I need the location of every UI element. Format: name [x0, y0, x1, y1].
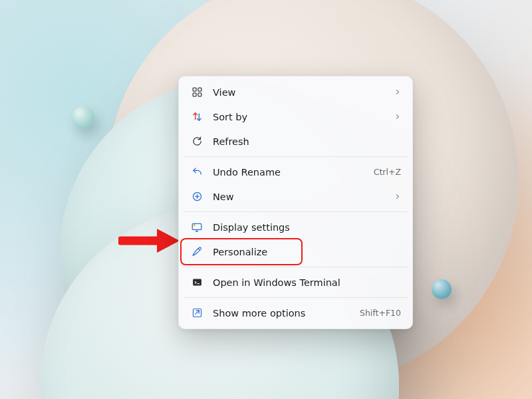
menu-separator	[184, 297, 408, 298]
personalize-icon	[190, 246, 203, 257]
menu-item-view[interactable]: View	[182, 80, 409, 104]
menu-item-label: Show more options	[213, 308, 352, 319]
menu-item-new[interactable]: New	[182, 184, 409, 209]
new-icon	[190, 191, 203, 202]
svg-marker-1	[157, 229, 180, 253]
menu-item-label: Open in Windows Terminal	[213, 277, 401, 288]
svg-rect-3	[198, 88, 201, 91]
terminal-icon	[190, 277, 203, 288]
menu-separator	[184, 211, 408, 212]
menu-separator	[184, 156, 408, 157]
svg-point-12	[194, 223, 196, 225]
menu-item-label: View	[213, 87, 386, 98]
refresh-icon	[190, 136, 203, 147]
svg-rect-2	[193, 88, 196, 91]
menu-separator	[184, 267, 408, 267]
menu-item-label: Refresh	[213, 136, 401, 147]
menu-item-personalize[interactable]: Personalize	[182, 239, 409, 264]
svg-rect-4	[193, 93, 196, 96]
chevron-right-icon	[386, 113, 401, 120]
menu-item-label: Undo Rename	[213, 167, 366, 178]
svg-line-16	[195, 311, 199, 315]
menu-item-display-settings[interactable]: Display settings	[182, 215, 409, 239]
undo-icon	[190, 166, 203, 178]
menu-item-refresh[interactable]: Refresh	[182, 129, 409, 154]
chevron-right-icon	[386, 88, 401, 96]
menu-item-open-in-windows-terminal[interactable]: Open in Windows Terminal	[182, 270, 409, 295]
menu-item-label: Personalize	[213, 247, 401, 257]
menu-item-sort-by[interactable]: Sort by	[182, 104, 409, 129]
grid-icon	[190, 86, 203, 98]
wallpaper-orb	[432, 279, 452, 299]
menu-item-label: Sort by	[213, 112, 386, 122]
svg-rect-13	[193, 279, 201, 286]
menu-item-show-more-options[interactable]: Show more options Shift+F10	[182, 301, 409, 325]
chevron-right-icon	[386, 193, 401, 200]
display-settings-icon	[190, 221, 203, 233]
wallpaper-orb	[72, 106, 94, 129]
sort-icon	[190, 111, 203, 122]
menu-item-label: Display settings	[213, 222, 401, 233]
menu-item-label: New	[213, 192, 386, 202]
more-options-icon	[190, 307, 203, 319]
menu-item-accelerator: Ctrl+Z	[366, 167, 401, 177]
desktop-context-menu: View Sort by Refresh	[178, 76, 413, 329]
svg-rect-5	[198, 93, 201, 96]
callout-arrow	[118, 227, 180, 254]
menu-item-undo-rename[interactable]: Undo Rename Ctrl+Z	[182, 160, 409, 184]
menu-item-accelerator: Shift+F10	[352, 308, 401, 318]
